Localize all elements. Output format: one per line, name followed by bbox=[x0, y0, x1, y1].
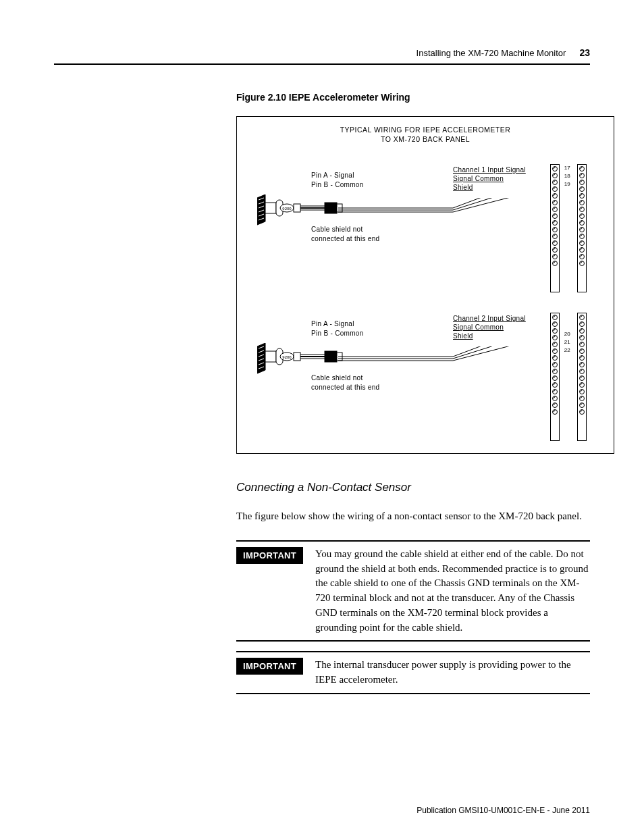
header-section: Installing the XM-720 Machine Monitor bbox=[417, 48, 566, 58]
terminal-18: 18 bbox=[564, 172, 570, 180]
important-tag: IMPORTANT bbox=[236, 658, 303, 675]
important-message-1: You may ground the cable shield at eithe… bbox=[315, 547, 590, 635]
pin-a-label: Pin A - Signal bbox=[311, 171, 364, 180]
svg-rect-0 bbox=[265, 203, 276, 213]
ch1-signal-labels: Channel 1 Input Signal Signal Common Shi… bbox=[453, 165, 526, 192]
accelerometer-icon: 9200 bbox=[257, 194, 345, 228]
important-message-2: The internal transducer power supply is … bbox=[315, 658, 590, 687]
ch1-input-signal-label: Channel 1 Input Signal bbox=[453, 165, 526, 174]
shield-note-l2: connected at this end bbox=[311, 383, 379, 392]
page-footer: Publication GMSI10-UM001C-EN-E - June 20… bbox=[417, 806, 590, 815]
ch2-input-signal-label: Channel 2 Input Signal bbox=[453, 314, 526, 323]
important-callout-2: IMPORTANT The internal transducer power … bbox=[236, 651, 590, 694]
ch2-signal-common-label: Signal Common bbox=[453, 323, 526, 332]
ch1-signal-common-label: Signal Common bbox=[453, 174, 526, 183]
ch1-terminal-strip-right bbox=[577, 164, 587, 292]
ch2-shield-label: Shield bbox=[453, 332, 526, 340]
svg-rect-17 bbox=[294, 353, 300, 361]
wiring-diagram: TYPICAL WIRING FOR IEPE ACCELEROMETER TO… bbox=[236, 116, 614, 454]
ch1-terminal-numbers: 17 18 19 bbox=[564, 164, 570, 188]
ch2-wires-icon bbox=[338, 346, 541, 373]
pin-b-label: Pin B - Common bbox=[311, 180, 364, 190]
terminal-19: 19 bbox=[564, 180, 570, 188]
channel-2-block: Pin A - Signal Pin B - Common Channel 2 … bbox=[250, 319, 600, 454]
page-header: Installing the XM-720 Machine Monitor 23 bbox=[54, 47, 590, 65]
ch2-terminal-strip-left bbox=[550, 313, 560, 441]
terminal-17: 17 bbox=[564, 164, 570, 172]
shield-note-l2: connected at this end bbox=[311, 234, 379, 244]
body-paragraph: The figure below show the wiring of a no… bbox=[236, 509, 590, 524]
svg-rect-5 bbox=[325, 203, 337, 213]
svg-rect-18 bbox=[325, 351, 337, 362]
figure-caption: Figure 2.10 IEPE Accelerometer Wiring bbox=[236, 92, 590, 103]
terminal-21: 21 bbox=[564, 338, 570, 346]
svg-rect-13 bbox=[265, 351, 276, 362]
ch1-pin-labels: Pin A - Signal Pin B - Common bbox=[311, 171, 364, 189]
pin-a-label: Pin A - Signal bbox=[311, 319, 364, 329]
svg-text:9200: 9200 bbox=[282, 355, 292, 359]
ch1-wires-icon bbox=[338, 198, 541, 225]
svg-text:9200: 9200 bbox=[282, 207, 292, 211]
ch2-signal-labels: Channel 2 Input Signal Signal Common Shi… bbox=[453, 314, 526, 340]
ch2-pin-labels: Pin A - Signal Pin B - Common bbox=[311, 319, 364, 338]
ch2-terminal-numbers: 20 21 22 bbox=[564, 330, 570, 355]
channel-1-block: Pin A - Signal Pin B - Common Channel 1 … bbox=[250, 171, 600, 306]
diagram-title-line1: TYPICAL WIRING FOR IEPE ACCELEROMETER bbox=[237, 125, 614, 134]
subheading: Connecting a Non-Contact Sensor bbox=[236, 481, 590, 494]
pin-b-label: Pin B - Common bbox=[311, 329, 364, 338]
diagram-title-line2: TO XM-720 BACK PANEL bbox=[237, 134, 614, 144]
important-tag: IMPORTANT bbox=[236, 547, 303, 564]
accelerometer-icon: 9200 bbox=[257, 343, 345, 377]
svg-rect-4 bbox=[294, 204, 300, 212]
important-callout-1: IMPORTANT You may ground the cable shiel… bbox=[236, 540, 590, 642]
page-number: 23 bbox=[579, 47, 590, 58]
ch1-terminal-strip-left bbox=[550, 164, 560, 292]
terminal-20: 20 bbox=[564, 330, 570, 338]
terminal-22: 22 bbox=[564, 346, 570, 355]
ch2-terminal-strip-right bbox=[577, 313, 587, 441]
diagram-title: TYPICAL WIRING FOR IEPE ACCELEROMETER TO… bbox=[237, 125, 614, 144]
ch1-shield-label: Shield bbox=[453, 183, 526, 192]
